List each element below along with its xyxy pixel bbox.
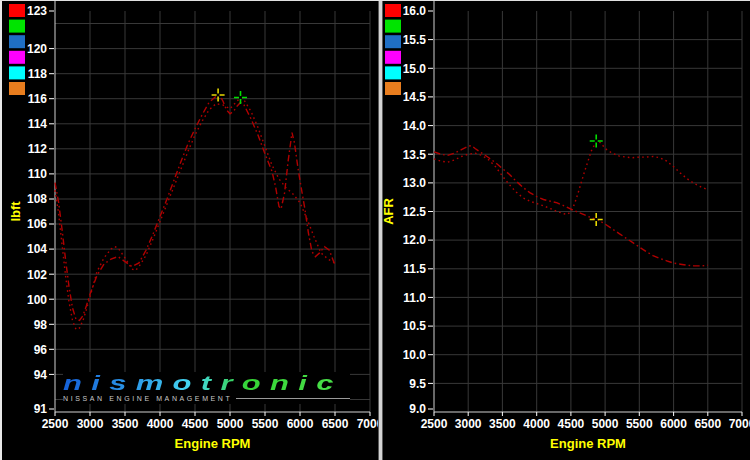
x-tick-label: 5000 bbox=[217, 417, 244, 431]
x-tick-label: 3000 bbox=[77, 417, 104, 431]
y-tick-label: 114 bbox=[28, 117, 48, 131]
y-tick-label: 118 bbox=[28, 67, 48, 81]
nismotronic-logo-text-wrap: nismotronic bbox=[63, 372, 350, 394]
x-tick-label: 4000 bbox=[523, 417, 550, 431]
logo-rule bbox=[236, 398, 350, 399]
logo-text-green: tronic bbox=[201, 372, 343, 394]
x-tick-label: 5500 bbox=[252, 417, 279, 431]
x-tick-label: 6000 bbox=[287, 417, 314, 431]
y-tick-label: 110 bbox=[28, 167, 48, 181]
y-tick-label: 100 bbox=[27, 293, 47, 307]
y-tick-label: 96 bbox=[34, 343, 48, 357]
x-tick-label: 5000 bbox=[592, 417, 619, 431]
x-tick-label: 4000 bbox=[147, 417, 174, 431]
y-tick-label: 10.0 bbox=[403, 348, 427, 362]
legend-swatch-orange[interactable] bbox=[385, 82, 401, 95]
y-tick-label: 12.0 bbox=[403, 233, 427, 247]
x-axis-title: Engine RPM bbox=[550, 436, 626, 451]
legend-swatch-green[interactable] bbox=[9, 20, 25, 33]
legend-swatch-green[interactable] bbox=[385, 20, 401, 33]
y-tick-label: 94 bbox=[34, 368, 48, 382]
cursor-marker-center-green bbox=[595, 140, 598, 143]
x-tick-label: 7000 bbox=[729, 417, 750, 431]
y-tick-label: 102 bbox=[27, 268, 47, 282]
y-tick-label: 116 bbox=[28, 92, 48, 106]
y-tick-label: 12.5 bbox=[403, 205, 427, 219]
cursor-marker-center-yellow bbox=[595, 218, 598, 221]
legend-swatch-orange[interactable] bbox=[9, 82, 25, 95]
x-tick-label: 3500 bbox=[489, 417, 516, 431]
y-tick-label: 120 bbox=[27, 42, 47, 56]
legend-swatch-red[interactable] bbox=[9, 4, 25, 17]
legend-swatch-blue[interactable] bbox=[9, 35, 25, 48]
y-tick-label: 104 bbox=[27, 242, 47, 256]
y-tick-label: 112 bbox=[28, 142, 48, 156]
torque-chart-panel: 1231201181161141121101081061041021009896… bbox=[0, 1, 378, 460]
legend-swatch-magenta[interactable] bbox=[9, 51, 25, 64]
y-tick-label: 11.0 bbox=[403, 291, 426, 305]
y-tick-label: 106 bbox=[27, 217, 47, 231]
y-axis-title: AFR bbox=[383, 198, 396, 225]
y-tick-label: 108 bbox=[27, 192, 47, 206]
x-tick-label: 2500 bbox=[42, 417, 69, 431]
x-tick-label: 7000 bbox=[357, 417, 378, 431]
x-tick-label: 4500 bbox=[558, 417, 585, 431]
legend-swatch-cyan[interactable] bbox=[385, 66, 401, 79]
cursor-marker-center-green bbox=[239, 96, 242, 99]
y-tick-label: 13.0 bbox=[403, 176, 427, 190]
x-tick-label: 4500 bbox=[182, 417, 209, 431]
y-tick-label: 14.5 bbox=[403, 90, 427, 104]
x-tick-label: 5500 bbox=[626, 417, 653, 431]
y-tick-label: 13.5 bbox=[403, 148, 427, 162]
y-tick-label: 91 bbox=[34, 402, 48, 416]
y-tick-label: 14.0 bbox=[403, 119, 427, 133]
x-tick-label: 3000 bbox=[455, 417, 482, 431]
nismotronic-logo: nismotronic NISSAN ENGINE MANAGEMENT bbox=[63, 372, 350, 404]
afr-chart[interactable]: 16.015.515.014.514.013.513.012.512.011.5… bbox=[383, 1, 750, 460]
legend-swatch-red[interactable] bbox=[385, 4, 401, 17]
y-tick-label: 15.0 bbox=[403, 62, 427, 76]
logo-subtitle-row: NISSAN ENGINE MANAGEMENT bbox=[63, 395, 350, 402]
y-tick-label: 123 bbox=[27, 4, 47, 18]
legend-swatch-blue[interactable] bbox=[385, 35, 401, 48]
x-tick-label: 6500 bbox=[694, 417, 721, 431]
nismotronic-logo-text: nismotronic bbox=[63, 372, 343, 394]
cursor-marker-center-yellow bbox=[217, 93, 220, 96]
y-tick-label: 10.5 bbox=[403, 319, 427, 333]
afr-chart-panel: 16.015.515.014.514.013.513.012.512.011.5… bbox=[383, 1, 750, 460]
legend-swatch-cyan[interactable] bbox=[9, 66, 25, 79]
legend-swatch-magenta[interactable] bbox=[385, 51, 401, 64]
y-tick-label: 98 bbox=[34, 318, 48, 332]
x-axis-title: Engine RPM bbox=[175, 436, 251, 451]
y-tick-label: 11.5 bbox=[403, 262, 426, 276]
logo-subtitle: NISSAN ENGINE MANAGEMENT bbox=[63, 395, 232, 402]
x-tick-label: 2500 bbox=[421, 417, 448, 431]
y-tick-label: 9.5 bbox=[409, 377, 426, 391]
y-axis-title: lbft bbox=[8, 201, 23, 222]
dyno-comparison-window: 1231201181161141121101081061041021009896… bbox=[0, 0, 750, 460]
logo-text-blue: nismo bbox=[63, 372, 201, 394]
y-tick-label: 16.0 bbox=[403, 4, 427, 18]
y-tick-label: 9.0 bbox=[409, 402, 426, 416]
x-tick-label: 6000 bbox=[660, 417, 687, 431]
x-tick-label: 3500 bbox=[112, 417, 139, 431]
x-tick-label: 6500 bbox=[322, 417, 349, 431]
y-tick-label: 15.5 bbox=[403, 33, 427, 47]
